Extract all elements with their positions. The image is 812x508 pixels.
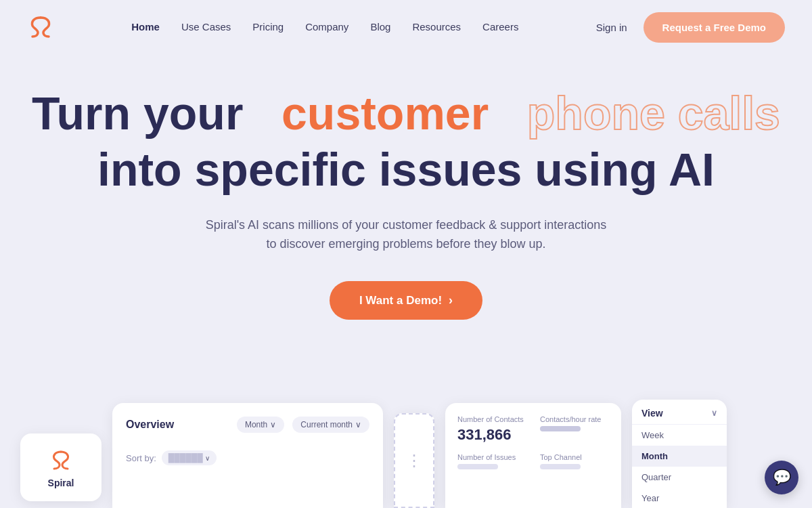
hero-title-phone-calls: phone calls xyxy=(527,87,780,139)
nav-item-blog[interactable]: Blog xyxy=(370,21,390,33)
view-option-year[interactable]: Year xyxy=(632,488,727,508)
chevron-down-icon: ∨ xyxy=(205,454,210,462)
chevron-down-icon: ∨ xyxy=(270,420,276,429)
nav-item-company[interactable]: Company xyxy=(305,21,348,33)
arrow-icon: › xyxy=(449,293,453,308)
sign-in-link[interactable]: Sign in xyxy=(596,22,627,33)
view-option-week[interactable]: Week xyxy=(632,425,727,446)
cta-demo-button[interactable]: I Want a Demo! › xyxy=(330,281,482,320)
nav-item-usecases[interactable]: Use Cases xyxy=(181,21,231,33)
view-label: View xyxy=(641,408,663,419)
hero-title-line2: into specific issues using AI xyxy=(27,144,785,195)
stats-top-row: Number of Contacts 331,866 Contacts/hour… xyxy=(457,415,609,444)
chevron-down-icon: ∨ xyxy=(711,408,717,418)
top-channel-bar xyxy=(540,464,581,469)
sort-label: Sort by: xyxy=(126,453,156,463)
contacts-hour-bar xyxy=(540,426,581,431)
issues-label: Number of Issues xyxy=(457,453,526,461)
stats-card: Number of Contacts 331,866 Contacts/hour… xyxy=(445,403,621,508)
view-header: View ∨ xyxy=(632,400,727,425)
chat-icon: 💬 xyxy=(773,469,791,486)
month-dropdown[interactable]: Month ∨ xyxy=(237,417,284,433)
overview-title: Overview xyxy=(126,419,229,431)
contacts-stat: Number of Contacts 331,866 xyxy=(457,415,526,444)
view-option-month[interactable]: Month xyxy=(632,446,727,467)
contacts-value: 331,866 xyxy=(457,426,526,444)
nav-item-careers[interactable]: Careers xyxy=(482,21,518,33)
overview-header: Overview Month ∨ Current month ∨ xyxy=(126,417,369,433)
nav-logo xyxy=(27,14,54,41)
nav-right: Sign in Request a Free Demo xyxy=(596,12,785,43)
chevron-down-icon: ∨ xyxy=(355,420,361,429)
view-card: View ∨ Week Month Quarter Year xyxy=(632,400,727,508)
nav-item-resources[interactable]: Resources xyxy=(412,21,461,33)
hero-title-prefix: Turn your xyxy=(32,87,243,139)
contacts-hour-stat: Contacts/hour rate xyxy=(540,415,609,444)
nav-item-pricing[interactable]: Pricing xyxy=(252,21,284,33)
issues-stat: Number of Issues xyxy=(457,453,526,469)
overview-card: Overview Month ∨ Current month ∨ Sort by… xyxy=(112,403,383,508)
issues-bar xyxy=(457,464,498,469)
navbar: Home Use Cases Pricing Company Blog Reso… xyxy=(0,0,812,54)
nav-item-home[interactable]: Home xyxy=(131,21,160,33)
top-channel-stat: Top Channel xyxy=(540,453,609,469)
dashboard-preview: Spiral Overview Month ∨ Current month ∨ … xyxy=(0,386,812,508)
request-demo-button[interactable]: Request a Free Demo xyxy=(644,12,785,43)
chat-bubble-button[interactable]: 💬 xyxy=(765,461,798,494)
hero-title-customer: customer xyxy=(281,87,489,139)
spiral-label: Spiral xyxy=(48,478,74,488)
hero-title-line1: Turn your customer phone calls xyxy=(27,88,785,139)
sort-row: Sort by: ██████ ∨ xyxy=(126,444,369,472)
contacts-label: Number of Contacts xyxy=(457,415,526,423)
stats-bottom-row: Number of Issues Top Channel xyxy=(457,453,609,469)
current-month-dropdown[interactable]: Current month ∨ xyxy=(292,417,369,433)
sort-dropdown[interactable]: ██████ ∨ xyxy=(162,450,217,465)
hero-section: Turn your customer phone calls into spec… xyxy=(0,54,812,340)
chart-separator: ⋮ xyxy=(394,413,434,508)
view-option-quarter[interactable]: Quarter xyxy=(632,467,727,488)
top-channel-label: Top Channel xyxy=(540,453,609,461)
spiral-logo-card: Spiral xyxy=(20,433,102,501)
contacts-hour-label: Contacts/hour rate xyxy=(540,415,609,423)
nav-links: Home Use Cases Pricing Company Blog Reso… xyxy=(131,21,518,33)
hero-subtitle: Spiral's AI scans millions of your custo… xyxy=(27,215,785,255)
